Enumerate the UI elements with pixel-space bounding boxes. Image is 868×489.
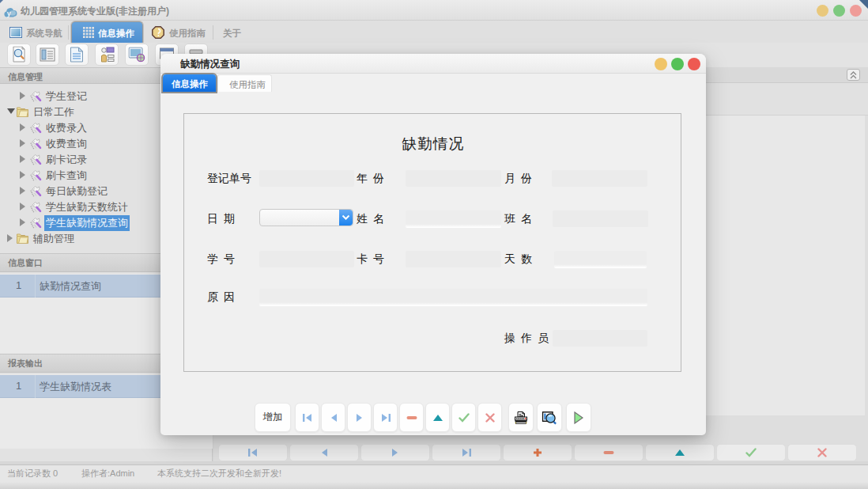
svg-text:y: y xyxy=(7,9,11,17)
